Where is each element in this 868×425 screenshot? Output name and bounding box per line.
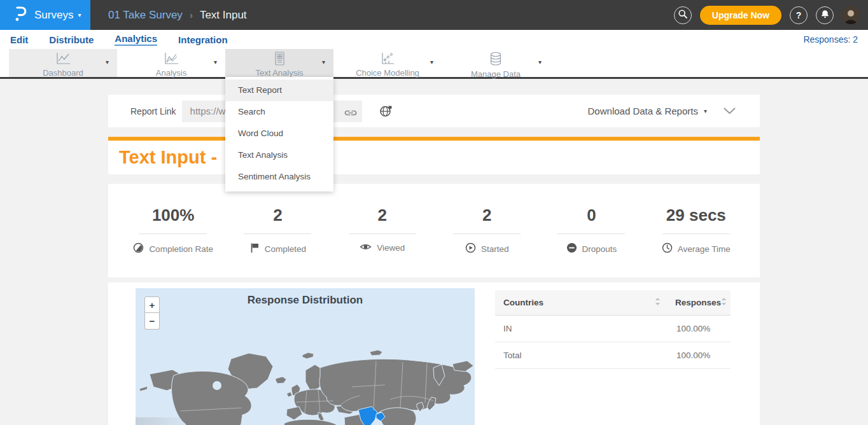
stat-viewed: 2 Viewed	[330, 206, 435, 277]
map-zoom-controls: + −	[144, 296, 160, 330]
table-row: Total 100.00%	[495, 342, 731, 369]
chevron-down-icon: ▾	[78, 11, 81, 18]
chevron-down-icon[interactable]: ▾	[538, 59, 542, 66]
text-document-grid-icon	[271, 52, 288, 68]
world-map-svg	[136, 349, 475, 425]
stat-value: 29 secs	[644, 206, 748, 225]
countries-table: Countries Responses IN 100.00% Total 100…	[495, 290, 731, 369]
column-header-responses[interactable]: Responses	[667, 297, 731, 308]
chevron-down-icon[interactable]: ▾	[322, 59, 325, 66]
upgrade-now-button[interactable]: Upgrade Now	[700, 6, 781, 25]
sort-icon[interactable]	[655, 297, 661, 308]
stat-value: 2	[225, 206, 330, 225]
stat-average-time: 29 secs Average Time	[644, 206, 748, 277]
menu-item-text-analysis[interactable]: Text Analysis	[225, 144, 333, 166]
tab-manage-data[interactable]: Manage Data ▾	[442, 49, 550, 77]
stat-label: Dropouts	[582, 244, 617, 254]
surveys-product-menu[interactable]: Surveys ▾	[0, 0, 90, 30]
divider	[662, 233, 730, 234]
breadcrumb: 01 Take Survey › Text Input	[108, 9, 247, 22]
responses-count: Responses: 2	[803, 34, 868, 45]
tab-text-analysis[interactable]: Text Analysis ▾	[225, 49, 333, 77]
tab-label: Choice Modelling	[356, 68, 419, 78]
stat-started: 2 Started	[435, 206, 539, 277]
stat-label: Started	[481, 244, 509, 254]
menu-item-text-report[interactable]: Text Report	[225, 80, 333, 101]
nav-item-edit[interactable]: Edit	[10, 34, 28, 45]
stat-value: 100%	[121, 206, 225, 225]
database-icon	[487, 52, 504, 69]
search-button[interactable]	[674, 6, 692, 24]
survey-stats-card: 100% Completion Rate 2 Completed 2 Viewe…	[108, 184, 760, 277]
questionpro-logo-icon	[13, 5, 28, 25]
column-header-countries[interactable]: Countries	[495, 297, 667, 308]
report-link-label: Report Link	[130, 106, 176, 116]
bell-icon	[820, 9, 830, 21]
column-label: Responses	[675, 298, 721, 307]
product-label: Surveys	[34, 9, 73, 22]
globe-lock-icon[interactable]	[379, 105, 393, 118]
response-distribution-map[interactable]: Response Distribution + −	[136, 288, 475, 425]
map-title: Response Distribution	[136, 294, 475, 307]
tab-choice-modelling[interactable]: Choice Modelling ▾	[333, 49, 442, 77]
dashboard-line-chart-icon	[55, 52, 71, 68]
responses-cell: 100.00%	[668, 324, 731, 333]
tab-label: Manage Data	[471, 69, 521, 79]
countries-table-header: Countries Responses	[495, 290, 731, 316]
report-link-bar: Report Link Download Data & Reports ▾	[108, 95, 760, 127]
tab-analysis[interactable]: Analysis ▾	[117, 49, 225, 77]
stat-label: Completed	[265, 244, 306, 254]
stat-value: 2	[330, 206, 435, 225]
notifications-button[interactable]	[816, 6, 834, 24]
hudson-bay	[213, 381, 221, 390]
breadcrumb-page-name: Text Input	[200, 9, 247, 22]
tab-label: Text Analysis	[255, 68, 303, 78]
download-data-reports-label: Download Data & Reports	[588, 106, 698, 116]
analysis-chart-icon	[163, 52, 179, 68]
stat-value: 0	[539, 206, 643, 225]
nav-item-integration[interactable]: Integration	[178, 34, 228, 45]
collapse-panel-chevron-icon[interactable]	[724, 106, 736, 117]
tab-dashboard[interactable]: Dashboard ▾	[9, 49, 117, 77]
link-chain-icon[interactable]	[344, 106, 357, 120]
menu-item-search[interactable]: Search	[225, 101, 333, 123]
menu-item-word-cloud[interactable]: Word Cloud	[225, 123, 333, 144]
stat-dropouts: 0 Dropouts	[539, 206, 643, 277]
stat-completion-rate: 100% Completion Rate	[121, 206, 225, 277]
map-zoom-in-button[interactable]: +	[144, 296, 160, 313]
chevron-down-icon[interactable]: ▾	[106, 59, 109, 66]
response-distribution-card: Response Distribution + −	[108, 282, 760, 425]
play-circle-icon	[465, 242, 476, 255]
map-zoom-out-button[interactable]: −	[144, 313, 160, 330]
page-title: Text Input -	[108, 147, 217, 168]
help-button[interactable]: ?	[790, 6, 808, 24]
clock-icon	[662, 242, 673, 255]
sort-icon[interactable]	[721, 297, 727, 308]
search-icon	[678, 9, 688, 21]
nav-item-analytics[interactable]: Analytics	[115, 33, 157, 46]
analytics-tab-bar: Dashboard ▾ Analysis ▾ Text Analysis ▾ C…	[0, 49, 868, 79]
choice-modelling-chart-icon	[379, 52, 396, 68]
chevron-down-icon[interactable]: ▾	[214, 59, 217, 66]
chevron-down-icon[interactable]: ▾	[430, 59, 433, 66]
text-analysis-dropdown-menu: Text Report Search Word Cloud Text Analy…	[225, 77, 333, 192]
survey-section-nav: Edit Distribute Analytics Integration Re…	[0, 30, 868, 49]
divider	[244, 233, 311, 234]
nav-item-distribute[interactable]: Distribute	[49, 34, 94, 45]
minus-circle-icon	[566, 242, 577, 255]
stat-label: Viewed	[377, 243, 405, 253]
map-attribution-strip	[136, 417, 194, 425]
menu-item-sentiment-analysis[interactable]: Sentiment Analysis	[225, 166, 333, 188]
breadcrumb-survey-name[interactable]: 01 Take Survey	[108, 9, 183, 22]
divider	[453, 233, 521, 234]
breadcrumb-separator: ›	[190, 10, 193, 20]
table-row: IN 100.00%	[495, 316, 731, 342]
completion-gauge-icon	[133, 242, 144, 255]
user-avatar[interactable]	[842, 6, 860, 24]
column-label: Countries	[503, 298, 543, 307]
question-title-card: Text Input -	[108, 141, 760, 174]
stat-label: Average Time	[678, 244, 731, 254]
tab-label: Analysis	[156, 68, 186, 78]
topbar-actions: Upgrade Now ?	[674, 6, 868, 25]
download-data-reports-dropdown[interactable]: Download Data & Reports ▾	[588, 106, 707, 116]
